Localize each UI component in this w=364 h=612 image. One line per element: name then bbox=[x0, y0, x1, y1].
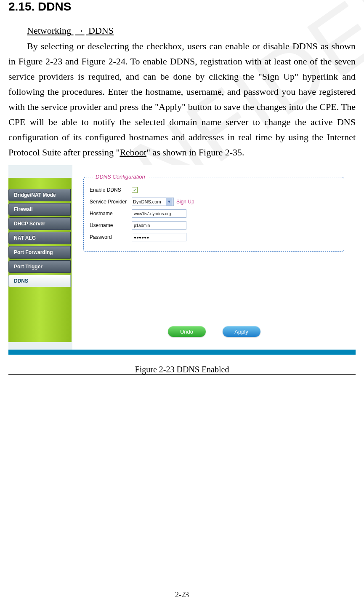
body-text-2: " as shown in Figure 2-35. bbox=[146, 147, 244, 158]
password-label: Password bbox=[90, 234, 132, 240]
ddns-screenshot: Bridge/NAT Mode Firewall DHCP Server NAT… bbox=[8, 165, 356, 355]
hostname-label: Hostname bbox=[90, 211, 132, 216]
enable-ddns-label: Enable DDNS bbox=[90, 187, 132, 193]
service-provider-label: Service Provider bbox=[90, 199, 132, 205]
footer-rule bbox=[8, 374, 356, 375]
arrow-right-icon: → bbox=[75, 25, 85, 36]
sidebar-item-ddns[interactable]: DDNS bbox=[8, 275, 71, 287]
row-service-provider: Service Provider DynDNS.com ▼ Sign Up bbox=[90, 197, 338, 207]
panel-legend: DDNS Configuration bbox=[93, 174, 148, 180]
ddns-config-panel: DDNS Configuration Enable DDNS ✓ Service… bbox=[83, 177, 344, 252]
reboot-link: Reboot bbox=[120, 147, 146, 158]
hostname-input[interactable]: wixs157.dyndns.org bbox=[132, 209, 186, 218]
sign-up-link[interactable]: Sign Up bbox=[176, 199, 194, 205]
row-password: Password ●●●●●● bbox=[90, 232, 338, 242]
service-provider-value: DynDNS.com bbox=[133, 199, 161, 204]
section-heading: 2.15. DDNS bbox=[8, 0, 356, 13]
username-input[interactable]: p1admin bbox=[132, 221, 186, 230]
page-number: 2-23 bbox=[0, 591, 364, 599]
apply-button[interactable]: Apply bbox=[223, 326, 260, 337]
breadcrumb-part2: DDNS bbox=[88, 25, 114, 36]
row-enable-ddns: Enable DDNS ✓ bbox=[90, 185, 338, 195]
sidebar-nav: Bridge/NAT Mode Firewall DHCP Server NAT… bbox=[8, 189, 71, 289]
enable-ddns-checkbox[interactable]: ✓ bbox=[132, 187, 138, 193]
row-username: Username p1admin bbox=[90, 220, 338, 230]
row-hostname: Hostname wixs157.dyndns.org bbox=[90, 208, 338, 219]
content-area: DDNS Configuration Enable DDNS ✓ Service… bbox=[72, 165, 356, 350]
chevron-down-icon: ▼ bbox=[166, 198, 173, 206]
undo-button[interactable]: Undo bbox=[168, 326, 206, 337]
breadcrumb: Networking → DDNS bbox=[27, 25, 356, 36]
sidebar-item-nat-alg[interactable]: NAT ALG bbox=[8, 232, 71, 244]
breadcrumb-part1: Networking bbox=[27, 25, 71, 36]
sidebar-item-bridge-nat[interactable]: Bridge/NAT Mode bbox=[8, 189, 71, 201]
username-label: Username bbox=[90, 222, 132, 228]
password-input[interactable]: ●●●●●● bbox=[132, 233, 186, 241]
section-number: 2.15. bbox=[8, 0, 35, 13]
sidebar-item-firewall[interactable]: Firewall bbox=[8, 203, 71, 216]
body-paragraph: By selecting or deselecting the checkbox… bbox=[8, 39, 356, 160]
service-provider-select[interactable]: DynDNS.com ▼ bbox=[132, 198, 174, 206]
sidebar-item-dhcp[interactable]: DHCP Server bbox=[8, 217, 71, 230]
sidebar-item-port-trigger[interactable]: Port Trigger bbox=[8, 260, 71, 273]
body-text-1: By selecting or deselecting the checkbox… bbox=[8, 41, 356, 158]
button-bar: Undo Apply bbox=[72, 326, 356, 339]
sidebar-item-port-forwarding[interactable]: Port Forwarding bbox=[8, 246, 71, 259]
section-title-text: DDNS bbox=[38, 0, 71, 13]
figure-caption: Figure 2-23 DDNS Enabled bbox=[8, 365, 356, 374]
